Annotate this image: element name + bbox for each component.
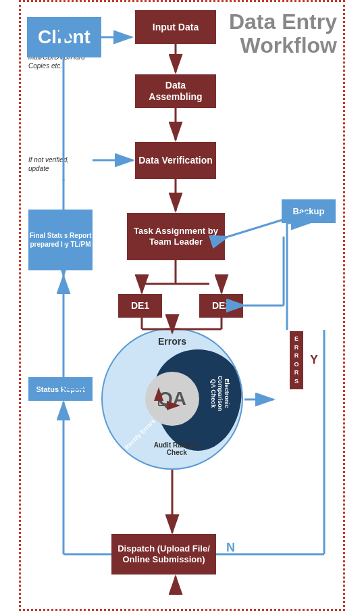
dispatch-box: Dispatch (Upload File/ Online Submission… xyxy=(111,534,216,575)
electronic-label: ElectronicComparisonQA Check xyxy=(211,376,231,412)
de2-box: DE2 xyxy=(199,294,243,318)
dotted-border-left xyxy=(19,0,21,611)
dotted-border-top xyxy=(19,0,345,2)
task-assignment-box: Task Assignment by Team Leader xyxy=(127,213,225,260)
qa-center: QA xyxy=(145,372,199,426)
input-data-box: Input Data xyxy=(135,10,216,44)
client-box: Client xyxy=(27,17,101,57)
status-report-box: Status Report xyxy=(28,377,93,401)
y-label: Y xyxy=(310,353,318,367)
data-assembling-box: Data Assembling xyxy=(135,74,216,108)
n-label: N xyxy=(226,541,235,555)
verify-note: If not verified, update xyxy=(28,155,89,173)
final-status-box: Final Status Report prepared by TL/PM xyxy=(28,210,93,270)
dotted-border-right xyxy=(343,0,345,611)
audit-label: Audit RandomCheck xyxy=(154,441,200,456)
data-verification-box: Data Verification xyxy=(135,142,216,179)
backup-box: Backup xyxy=(282,199,336,223)
errors-label: Errors xyxy=(158,336,186,347)
errors-side-label: E R R O R S xyxy=(290,331,303,389)
page-title: Data EntryWorkflow xyxy=(229,10,337,57)
client-label: Client xyxy=(38,26,90,48)
qa-circle: Errors ElectronicComparisonQA Check QA R… xyxy=(101,328,243,470)
de1-box: DE1 xyxy=(118,294,162,318)
qa-rectify-label: QA Rectify Errors xyxy=(115,418,156,458)
qa-label: QA xyxy=(158,388,186,410)
